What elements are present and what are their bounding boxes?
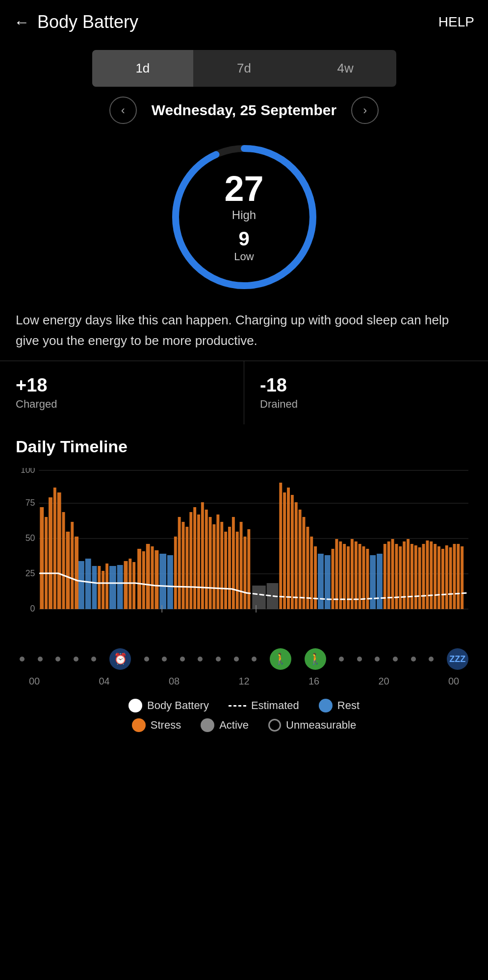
legend-line-estimated: [229, 705, 246, 707]
tab-4w[interactable]: 4w: [295, 50, 396, 87]
prev-date-button[interactable]: ‹: [109, 97, 137, 124]
x-label-08: 08: [159, 676, 189, 687]
x-label-20: 20: [369, 676, 399, 687]
description-text: Low energy days like this can happen. Ch…: [0, 310, 488, 351]
gauge-high-label: High: [232, 208, 256, 222]
svg-rect-49: [213, 524, 216, 609]
svg-rect-83: [370, 555, 376, 609]
svg-rect-95: [422, 544, 425, 609]
svg-rect-48: [209, 517, 212, 609]
page-title: Body Battery: [37, 12, 138, 32]
svg-rect-86: [387, 541, 390, 609]
svg-rect-55: [236, 532, 239, 609]
walk-icon-1: 🚶: [270, 648, 291, 670]
legend-rest: Rest: [319, 699, 360, 712]
legend-body-battery: Body Battery: [128, 699, 209, 712]
timeline-dot: [252, 657, 257, 662]
legend-stress-label: Stress: [151, 719, 181, 732]
svg-rect-101: [445, 545, 448, 609]
timeline-dot: [234, 657, 239, 662]
svg-rect-51: [220, 522, 223, 609]
timeline-dot: [20, 657, 25, 662]
svg-rect-46: [201, 502, 204, 609]
svg-rect-44: [193, 507, 196, 609]
gauge-high-value: 27: [224, 171, 263, 206]
svg-rect-92: [411, 544, 413, 609]
svg-rect-34: [146, 544, 150, 609]
legend-dot-unmeasurable: [268, 719, 281, 732]
svg-rect-52: [224, 532, 227, 609]
timeline-dot: [375, 657, 380, 662]
svg-text:75: 75: [26, 498, 35, 508]
legend-active-label: Active: [219, 719, 249, 732]
svg-rect-38: [167, 555, 173, 609]
tab-1d[interactable]: 1d: [92, 50, 194, 87]
svg-rect-93: [414, 545, 417, 609]
svg-rect-82: [366, 549, 369, 609]
chart-legend: Body Battery Estimated Rest Stress Activ…: [16, 699, 472, 732]
svg-rect-90: [403, 541, 406, 609]
svg-rect-89: [399, 546, 402, 609]
svg-rect-37: [159, 554, 166, 609]
legend-dot-stress: [132, 718, 146, 732]
timeline-dot: [38, 657, 43, 662]
svg-rect-35: [151, 546, 154, 609]
svg-text:25: 25: [26, 568, 35, 578]
svg-rect-91: [407, 539, 410, 609]
x-axis: 00 04 08 12 16 20 00: [20, 674, 468, 689]
svg-rect-28: [117, 565, 123, 609]
svg-rect-65: [295, 502, 298, 609]
svg-rect-58: [247, 529, 250, 609]
svg-rect-27: [109, 566, 116, 609]
help-button[interactable]: HELP: [438, 14, 474, 30]
svg-rect-39: [174, 537, 177, 609]
svg-rect-31: [132, 562, 135, 609]
back-button[interactable]: ←: [14, 13, 29, 31]
svg-rect-103: [453, 544, 456, 609]
legend-unmeasurable-label: Unmeasurable: [286, 719, 356, 732]
gauge-container: 27 High 9 Low: [0, 139, 488, 295]
svg-rect-72: [325, 555, 331, 609]
svg-text:50: 50: [26, 533, 35, 543]
svg-rect-102: [449, 547, 452, 609]
legend-dot-body-battery: [128, 699, 142, 712]
svg-rect-45: [197, 514, 200, 609]
charged-stat: +18 Charged: [0, 361, 244, 424]
svg-rect-53: [228, 527, 231, 609]
svg-rect-14: [49, 497, 52, 609]
charged-value: +18: [16, 375, 228, 396]
svg-rect-41: [182, 522, 185, 609]
svg-rect-64: [291, 495, 294, 609]
timeline-dot: [429, 657, 434, 662]
next-date-button[interactable]: ›: [351, 97, 379, 124]
tab-7d[interactable]: 7d: [193, 50, 295, 87]
legend-row-2: Stress Active Unmeasurable: [132, 718, 356, 732]
svg-rect-22: [85, 559, 91, 609]
svg-rect-84: [377, 554, 383, 609]
legend-dot-active: [201, 718, 214, 732]
svg-rect-57: [244, 537, 247, 609]
alarm-icon: ⏰: [109, 648, 131, 670]
body-battery-gauge: 27 High 9 Low: [166, 139, 323, 295]
date-navigation: ‹ Wednesday, 25 September ›: [0, 97, 488, 124]
svg-rect-17: [62, 512, 65, 609]
timeline-chart: 100 75 50 25 0: [20, 468, 468, 644]
svg-rect-85: [384, 544, 386, 609]
svg-rect-61: [279, 483, 282, 609]
x-label-12: 12: [230, 676, 259, 687]
svg-rect-18: [66, 532, 70, 609]
charged-label: Charged: [16, 398, 228, 411]
svg-rect-26: [105, 564, 108, 609]
timeline-dot: [198, 657, 203, 662]
svg-rect-20: [75, 537, 78, 609]
x-label-00-end: 00: [439, 676, 468, 687]
svg-rect-32: [137, 549, 141, 609]
legend-stress: Stress: [132, 718, 181, 732]
timeline-icons-row: ⏰ 🚶 🚶 ZZZ: [20, 644, 468, 674]
svg-rect-24: [98, 566, 101, 609]
svg-rect-59: [252, 586, 266, 609]
svg-rect-100: [441, 549, 444, 609]
legend-active: Active: [201, 718, 249, 732]
svg-rect-47: [205, 510, 208, 609]
chart-container: 100 75 50 25 0: [16, 468, 472, 689]
